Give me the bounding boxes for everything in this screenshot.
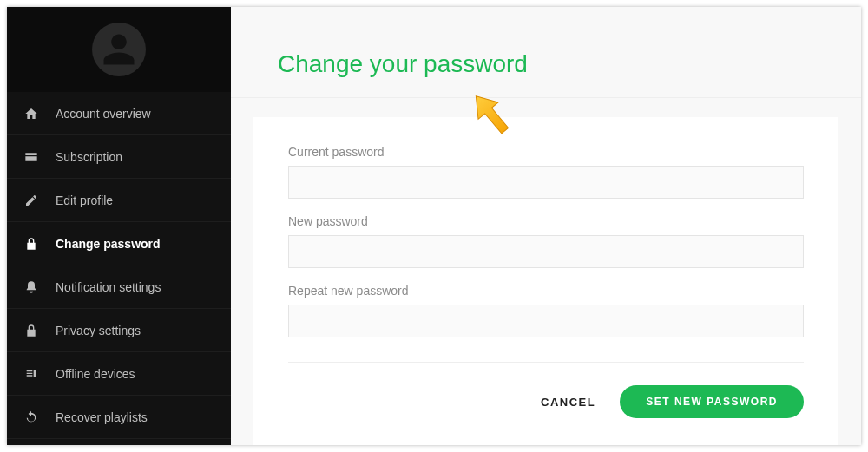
new-password-input[interactable]	[288, 235, 804, 268]
sidebar-item-label: Notification settings	[56, 280, 161, 294]
sidebar-item-label: Account overview	[56, 107, 151, 121]
sidebar-item-privacy-settings[interactable]: Privacy settings	[7, 309, 231, 352]
refresh-icon	[24, 410, 49, 424]
home-icon	[24, 107, 49, 121]
form-buttons: CANCEL SET NEW PASSWORD	[288, 362, 804, 418]
sidebar: Account overview Subscription Edit profi…	[7, 7, 231, 445]
sidebar-item-edit-profile[interactable]: Edit profile	[7, 179, 231, 222]
sidebar-item-label: Subscription	[56, 150, 122, 164]
sidebar-item-label: Offline devices	[56, 367, 135, 381]
pencil-icon	[24, 193, 49, 207]
field-current-password: Current password	[288, 145, 804, 199]
sidebar-item-label: Privacy settings	[56, 324, 141, 337]
sidebar-item-recover-playlists[interactable]: Recover playlists	[7, 396, 231, 439]
card-icon	[24, 150, 49, 164]
sidebar-item-offline-devices[interactable]: Offline devices	[7, 352, 231, 396]
current-password-input[interactable]	[288, 166, 804, 199]
person-icon	[101, 31, 137, 68]
repeat-password-label: Repeat new password	[288, 284, 804, 298]
sidebar-item-change-password[interactable]: Change password	[7, 222, 231, 265]
sidebar-item-account-overview[interactable]: Account overview	[7, 92, 231, 135]
nav-list: Account overview Subscription Edit profi…	[7, 92, 231, 439]
set-new-password-button[interactable]: SET NEW PASSWORD	[620, 385, 804, 418]
sidebar-item-label: Edit profile	[56, 193, 113, 207]
cancel-button[interactable]: CANCEL	[541, 396, 595, 409]
repeat-password-input[interactable]	[288, 305, 804, 337]
lock-icon	[24, 237, 49, 251]
page-title: Change your password	[278, 50, 814, 78]
sidebar-item-label: Change password	[56, 237, 161, 251]
current-password-label: Current password	[288, 145, 804, 159]
sidebar-item-label: Recover playlists	[56, 410, 148, 424]
new-password-label: New password	[288, 214, 804, 228]
field-repeat-password: Repeat new password	[288, 284, 804, 337]
bell-icon	[24, 280, 49, 294]
password-form: Current password New password Repeat new…	[253, 117, 838, 445]
devices-icon	[24, 367, 49, 381]
main-content: Change your password Current password Ne…	[231, 7, 861, 445]
sidebar-item-subscription[interactable]: Subscription	[7, 135, 231, 179]
sidebar-item-notification-settings[interactable]: Notification settings	[7, 265, 231, 309]
avatar-area	[7, 7, 231, 92]
field-new-password: New password	[288, 214, 804, 268]
avatar[interactable]	[92, 23, 146, 76]
lock-icon	[24, 324, 49, 337]
page-header: Change your password	[231, 7, 861, 98]
